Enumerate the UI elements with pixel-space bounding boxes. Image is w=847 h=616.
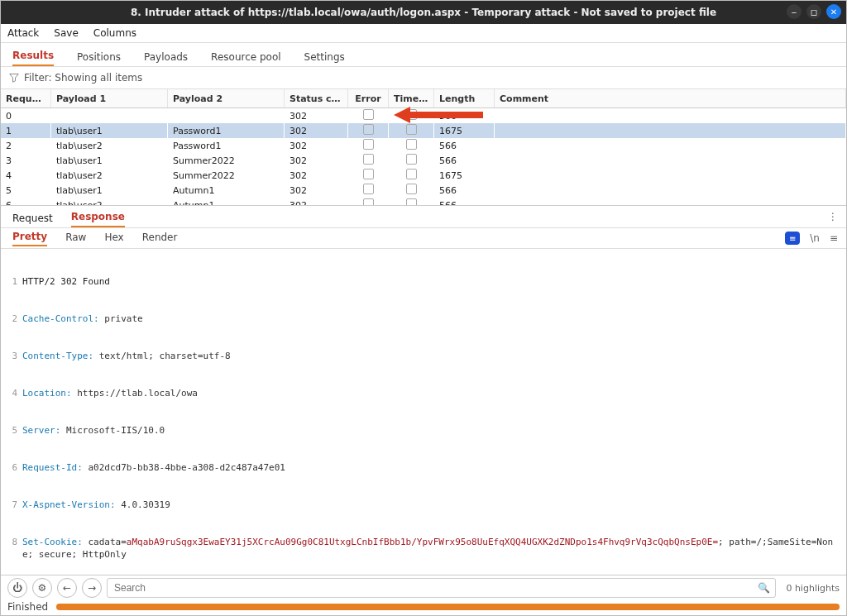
results-table-wrap: Request Payload 1 Payload 2 Status code … [1, 89, 846, 206]
search-input[interactable] [112, 581, 758, 595]
resp-line: HTTP/2 302 Found [22, 275, 846, 288]
col-payload2[interactable]: Payload 2 [168, 89, 285, 108]
menu-bar: Attack Save Columns [1, 24, 846, 43]
response-body[interactable]: 1HTTP/2 302 Found 2Cache-Control: privat… [1, 249, 846, 575]
status-label: Finished [7, 601, 48, 613]
error-checkbox [363, 169, 374, 179]
col-status[interactable]: Status code [285, 89, 348, 108]
window-close-button[interactable]: ✕ [826, 4, 841, 19]
col-length[interactable]: Length [434, 89, 495, 108]
window-maximize-button[interactable]: ◻ [806, 4, 821, 19]
timeout-checkbox [406, 139, 417, 150]
table-header-row: Request Payload 1 Payload 2 Status code … [1, 89, 846, 108]
table-row[interactable]: 0302566 [1, 108, 846, 124]
progress-bar [56, 604, 840, 610]
table-row[interactable]: 5tlab\user1Autumn1302566 [1, 183, 846, 198]
tab-positions[interactable]: Positions [77, 47, 121, 66]
col-comment[interactable]: Comment [495, 89, 846, 108]
power-icon[interactable]: ⏻ [7, 578, 27, 598]
tab-results[interactable]: Results [12, 45, 54, 66]
table-row[interactable]: 2tlab\user2Password1302566 [1, 138, 846, 153]
view-toolbar: Pretty Raw Hex Render ≡ \n ≡ [1, 228, 846, 249]
title-bar: 8. Intruder attack of https://tlab.local… [1, 1, 846, 24]
error-checkbox [363, 139, 374, 150]
error-checkbox [363, 184, 374, 194]
inspector-tab-request[interactable]: Request [12, 209, 53, 227]
back-icon[interactable]: ← [57, 578, 77, 598]
col-timeout[interactable]: Timeout [389, 89, 434, 108]
error-checkbox [363, 109, 374, 120]
hamburger-icon[interactable]: ≡ [830, 232, 838, 244]
filter-bar[interactable]: Filter: Showing all items [1, 67, 846, 89]
results-table: Request Payload 1 Payload 2 Status code … [1, 89, 846, 206]
highlight-count: 0 highlights [781, 583, 840, 594]
status-bar: Finished [1, 600, 846, 615]
search-icon[interactable]: 🔍 [758, 582, 770, 594]
view-render[interactable]: Render [142, 232, 178, 246]
timeout-checkbox [406, 124, 417, 135]
table-row[interactable]: 3tlab\user1Summer2022302566 [1, 153, 846, 168]
timeout-checkbox [406, 169, 417, 179]
menu-attack[interactable]: Attack [7, 27, 39, 39]
newline-icon[interactable]: \n [810, 232, 820, 244]
filter-label: Filter: Showing all items [24, 72, 142, 84]
window-title: 8. Intruder attack of https://tlab.local… [1, 7, 846, 18]
col-error[interactable]: Error [348, 89, 389, 108]
tab-resource-pool[interactable]: Resource pool [211, 47, 280, 66]
view-raw[interactable]: Raw [65, 232, 86, 246]
error-checkbox [363, 154, 374, 165]
primary-tabs: Results Positions Payloads Resource pool… [1, 43, 846, 67]
error-checkbox [363, 198, 374, 206]
forward-icon[interactable]: → [82, 578, 102, 598]
window-minimize-button[interactable]: ‒ [787, 4, 802, 19]
inspector-kebab-icon[interactable]: ⋮ [828, 211, 838, 222]
view-hex[interactable]: Hex [104, 232, 123, 246]
table-row[interactable]: 1tlab\user1Password13021675 [1, 123, 846, 138]
error-checkbox [363, 124, 374, 135]
inspector-tab-response[interactable]: Response [71, 208, 125, 227]
table-row[interactable]: 6tlab\user2Autumn1302566 [1, 198, 846, 206]
bottom-bar: ⏻ ⚙ ← → 🔍 0 highlights [1, 575, 846, 600]
timeout-checkbox [406, 154, 417, 165]
timeout-checkbox [406, 184, 417, 194]
actions-icon[interactable]: ≡ [785, 232, 800, 245]
search-box[interactable]: 🔍 [107, 578, 776, 598]
timeout-checkbox [406, 198, 417, 206]
col-payload1[interactable]: Payload 1 [51, 89, 168, 108]
inspector-tabs: Request Response ⋮ [1, 206, 846, 228]
menu-columns[interactable]: Columns [93, 27, 136, 39]
col-request[interactable]: Request [1, 89, 51, 108]
table-row[interactable]: 4tlab\user2Summer20223021675 [1, 168, 846, 183]
view-pretty[interactable]: Pretty [12, 231, 47, 246]
menu-save[interactable]: Save [54, 27, 78, 39]
filter-icon [9, 73, 19, 83]
tab-payloads[interactable]: Payloads [144, 47, 188, 66]
tab-settings[interactable]: Settings [304, 47, 345, 66]
timeout-checkbox [406, 109, 417, 120]
settings-icon[interactable]: ⚙ [32, 578, 52, 598]
